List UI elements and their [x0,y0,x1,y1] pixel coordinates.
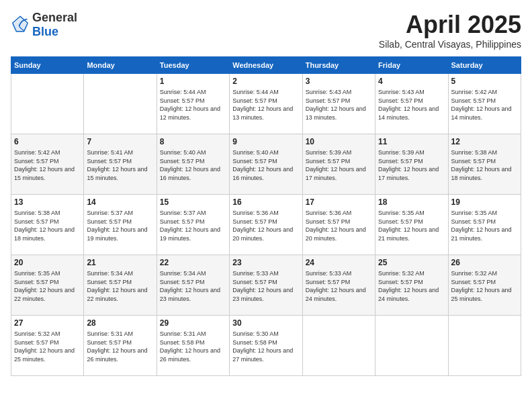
sunrise-text: Sunrise: 5:41 AM [87,148,153,157]
sunrise-text: Sunrise: 5:42 AM [451,88,518,97]
day-detail: Sunrise: 5:37 AMSunset: 5:57 PMDaylight:… [160,209,226,242]
sunrise-text: Sunrise: 5:36 AM [232,209,299,218]
calendar-cell: 2Sunrise: 5:44 AMSunset: 5:57 PMDaylight… [230,74,302,134]
day-number: 17 [306,197,372,207]
sunrise-text: Sunrise: 5:43 AM [306,88,372,97]
sunset-text: Sunset: 5:57 PM [232,278,299,287]
day-detail: Sunrise: 5:39 AMSunset: 5:57 PMDaylight:… [306,148,372,182]
calendar-cell: 18Sunrise: 5:35 AMSunset: 5:57 PMDayligh… [375,195,448,255]
sunrise-text: Sunrise: 5:35 AM [451,209,518,218]
day-number: 30 [232,318,299,328]
daylight-text: Daylight: 12 hours and 26 minutes. [160,347,226,363]
calendar-cell: 9Sunrise: 5:40 AMSunset: 5:57 PMDaylight… [230,134,302,195]
day-number: 8 [160,137,226,146]
sunrise-text: Sunrise: 5:40 AM [232,148,299,157]
daylight-text: Daylight: 12 hours and 12 minutes. [160,105,226,122]
day-number: 9 [232,137,299,146]
weekday-saturday: Saturday [448,57,521,74]
sunset-text: Sunset: 5:57 PM [160,97,226,105]
calendar-cell [11,74,84,134]
sunset-text: Sunset: 5:57 PM [378,157,445,166]
day-number: 4 [378,77,445,86]
daylight-text: Daylight: 12 hours and 21 minutes. [378,226,445,242]
week-row-3: 13Sunrise: 5:38 AMSunset: 5:57 PMDayligh… [11,195,521,255]
sunrise-text: Sunrise: 5:32 AM [14,330,81,338]
calendar-cell: 4Sunrise: 5:43 AMSunset: 5:57 PMDaylight… [375,74,448,134]
daylight-text: Daylight: 12 hours and 26 minutes. [87,347,153,363]
sunset-text: Sunset: 5:57 PM [306,97,372,105]
sunrise-text: Sunrise: 5:38 AM [451,148,518,157]
weekday-wednesday: Wednesday [230,57,302,74]
calendar-cell: 16Sunrise: 5:36 AMSunset: 5:57 PMDayligh… [230,195,302,255]
day-detail: Sunrise: 5:35 AMSunset: 5:57 PMDaylight:… [378,209,445,242]
sunrise-text: Sunrise: 5:37 AM [160,209,226,218]
daylight-text: Daylight: 12 hours and 15 minutes. [14,165,81,182]
logo-blue: Blue [32,25,58,38]
day-detail: Sunrise: 5:36 AMSunset: 5:57 PMDaylight:… [232,209,299,242]
sunrise-text: Sunrise: 5:32 AM [378,269,445,278]
calendar-cell: 12Sunrise: 5:38 AMSunset: 5:57 PMDayligh… [448,134,521,195]
sunset-text: Sunset: 5:57 PM [87,157,153,166]
sunrise-text: Sunrise: 5:44 AM [232,88,299,97]
day-number: 10 [306,137,372,146]
day-number: 23 [232,258,299,267]
calendar-cell: 1Sunrise: 5:44 AMSunset: 5:57 PMDaylight… [157,74,229,134]
sunrise-text: Sunrise: 5:33 AM [232,269,299,278]
calendar-cell [84,74,157,134]
calendar-cell: 22Sunrise: 5:34 AMSunset: 5:57 PMDayligh… [157,255,229,316]
day-detail: Sunrise: 5:43 AMSunset: 5:57 PMDaylight:… [306,88,372,122]
logo-general: General [32,11,77,24]
week-row-1: 1Sunrise: 5:44 AMSunset: 5:57 PMDaylight… [11,74,521,134]
weekday-header-row: SundayMondayTuesdayWednesdayThursdayFrid… [11,57,521,74]
sunset-text: Sunset: 5:57 PM [232,218,299,226]
daylight-text: Daylight: 12 hours and 25 minutes. [451,286,518,303]
daylight-text: Daylight: 12 hours and 22 minutes. [87,286,153,303]
day-detail: Sunrise: 5:42 AMSunset: 5:57 PMDaylight:… [451,88,518,122]
day-number: 6 [14,137,81,146]
daylight-text: Daylight: 12 hours and 25 minutes. [14,347,81,363]
calendar-cell: 26Sunrise: 5:32 AMSunset: 5:57 PMDayligh… [448,255,521,316]
daylight-text: Daylight: 12 hours and 16 minutes. [232,165,299,182]
calendar-cell: 29Sunrise: 5:31 AMSunset: 5:58 PMDayligh… [157,316,229,376]
logo-text: General Blue [32,11,77,39]
daylight-text: Daylight: 12 hours and 20 minutes. [232,226,299,242]
day-number: 21 [87,258,153,267]
sunset-text: Sunset: 5:57 PM [160,278,226,287]
day-detail: Sunrise: 5:32 AMSunset: 5:57 PMDaylight:… [451,269,518,303]
sunset-text: Sunset: 5:57 PM [232,97,299,105]
sunset-text: Sunset: 5:57 PM [451,218,518,226]
calendar-cell: 27Sunrise: 5:32 AMSunset: 5:57 PMDayligh… [11,316,84,376]
day-detail: Sunrise: 5:40 AMSunset: 5:57 PMDaylight:… [160,148,226,182]
sunrise-text: Sunrise: 5:35 AM [378,209,445,218]
calendar-cell [448,316,521,376]
sunrise-text: Sunrise: 5:31 AM [160,330,226,338]
week-row-4: 20Sunrise: 5:35 AMSunset: 5:57 PMDayligh… [11,255,521,316]
daylight-text: Daylight: 12 hours and 15 minutes. [87,165,153,182]
sunset-text: Sunset: 5:57 PM [451,157,518,166]
day-detail: Sunrise: 5:32 AMSunset: 5:57 PMDaylight:… [378,269,445,303]
logo: General Blue [11,11,77,39]
sunset-text: Sunset: 5:57 PM [306,218,372,226]
calendar-cell: 5Sunrise: 5:42 AMSunset: 5:57 PMDaylight… [448,74,521,134]
calendar-cell: 24Sunrise: 5:33 AMSunset: 5:57 PMDayligh… [302,255,375,316]
sunrise-text: Sunrise: 5:30 AM [232,330,299,338]
day-number: 3 [306,77,372,86]
day-detail: Sunrise: 5:44 AMSunset: 5:57 PMDaylight:… [160,88,226,122]
calendar-cell: 14Sunrise: 5:37 AMSunset: 5:57 PMDayligh… [84,195,157,255]
calendar-cell: 15Sunrise: 5:37 AMSunset: 5:57 PMDayligh… [157,195,229,255]
day-number: 14 [87,197,153,207]
day-number: 11 [378,137,445,146]
calendar-cell: 13Sunrise: 5:38 AMSunset: 5:57 PMDayligh… [11,195,84,255]
sunrise-text: Sunrise: 5:34 AM [160,269,226,278]
sunrise-text: Sunrise: 5:38 AM [14,209,81,218]
calendar-cell: 8Sunrise: 5:40 AMSunset: 5:57 PMDaylight… [157,134,229,195]
calendar-cell: 25Sunrise: 5:32 AMSunset: 5:57 PMDayligh… [375,255,448,316]
calendar-cell: 19Sunrise: 5:35 AMSunset: 5:57 PMDayligh… [448,195,521,255]
daylight-text: Daylight: 12 hours and 23 minutes. [232,286,299,303]
daylight-text: Daylight: 12 hours and 19 minutes. [87,226,153,242]
sunset-text: Sunset: 5:57 PM [451,97,518,105]
day-number: 16 [232,197,299,207]
day-detail: Sunrise: 5:35 AMSunset: 5:57 PMDaylight:… [14,269,81,303]
sunset-text: Sunset: 5:57 PM [87,278,153,287]
day-detail: Sunrise: 5:33 AMSunset: 5:57 PMDaylight:… [306,269,372,303]
